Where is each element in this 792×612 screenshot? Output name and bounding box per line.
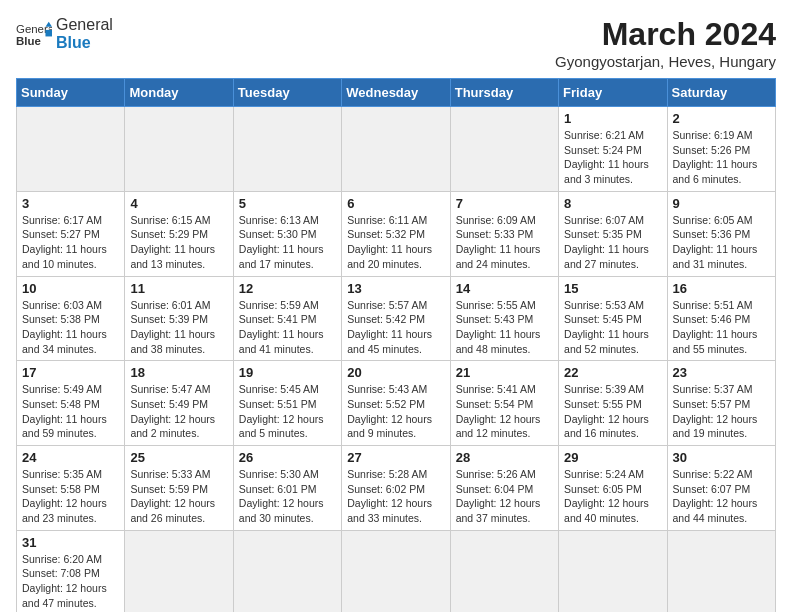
calendar-day-cell: 25Sunrise: 5:33 AM Sunset: 5:59 PM Dayli… — [125, 446, 233, 531]
calendar-day-cell: 11Sunrise: 6:01 AM Sunset: 5:39 PM Dayli… — [125, 276, 233, 361]
day-number: 27 — [347, 450, 444, 465]
calendar-day-cell: 8Sunrise: 6:07 AM Sunset: 5:35 PM Daylig… — [559, 191, 667, 276]
calendar-day-cell: 13Sunrise: 5:57 AM Sunset: 5:42 PM Dayli… — [342, 276, 450, 361]
day-info: Sunrise: 6:13 AM Sunset: 5:30 PM Dayligh… — [239, 213, 336, 272]
logo-blue: Blue — [56, 34, 113, 52]
day-info: Sunrise: 5:47 AM Sunset: 5:49 PM Dayligh… — [130, 382, 227, 441]
day-number: 21 — [456, 365, 553, 380]
day-info: Sunrise: 5:49 AM Sunset: 5:48 PM Dayligh… — [22, 382, 119, 441]
day-info: Sunrise: 5:26 AM Sunset: 6:04 PM Dayligh… — [456, 467, 553, 526]
day-number: 22 — [564, 365, 661, 380]
calendar-day-cell: 2Sunrise: 6:19 AM Sunset: 5:26 PM Daylig… — [667, 107, 775, 192]
day-info: Sunrise: 5:24 AM Sunset: 6:05 PM Dayligh… — [564, 467, 661, 526]
day-number: 10 — [22, 281, 119, 296]
day-info: Sunrise: 6:21 AM Sunset: 5:24 PM Dayligh… — [564, 128, 661, 187]
day-info: Sunrise: 5:59 AM Sunset: 5:41 PM Dayligh… — [239, 298, 336, 357]
day-info: Sunrise: 5:43 AM Sunset: 5:52 PM Dayligh… — [347, 382, 444, 441]
day-number: 1 — [564, 111, 661, 126]
weekday-header-saturday: Saturday — [667, 79, 775, 107]
day-info: Sunrise: 5:28 AM Sunset: 6:02 PM Dayligh… — [347, 467, 444, 526]
calendar-day-cell: 16Sunrise: 5:51 AM Sunset: 5:46 PM Dayli… — [667, 276, 775, 361]
day-number: 29 — [564, 450, 661, 465]
calendar-day-cell: 10Sunrise: 6:03 AM Sunset: 5:38 PM Dayli… — [17, 276, 125, 361]
calendar-day-cell: 18Sunrise: 5:47 AM Sunset: 5:49 PM Dayli… — [125, 361, 233, 446]
day-number: 15 — [564, 281, 661, 296]
day-info: Sunrise: 5:41 AM Sunset: 5:54 PM Dayligh… — [456, 382, 553, 441]
weekday-header-wednesday: Wednesday — [342, 79, 450, 107]
day-number: 2 — [673, 111, 770, 126]
location-subtitle: Gyongyostarjan, Heves, Hungary — [555, 53, 776, 70]
weekday-header-thursday: Thursday — [450, 79, 558, 107]
calendar-day-cell: 31Sunrise: 6:20 AM Sunset: 7:08 PM Dayli… — [17, 530, 125, 612]
day-info: Sunrise: 5:22 AM Sunset: 6:07 PM Dayligh… — [673, 467, 770, 526]
calendar-day-cell: 7Sunrise: 6:09 AM Sunset: 5:33 PM Daylig… — [450, 191, 558, 276]
day-number: 20 — [347, 365, 444, 380]
calendar-day-cell: 17Sunrise: 5:49 AM Sunset: 5:48 PM Dayli… — [17, 361, 125, 446]
calendar-week-row: 31Sunrise: 6:20 AM Sunset: 7:08 PM Dayli… — [17, 530, 776, 612]
svg-marker-3 — [45, 30, 52, 37]
day-number: 11 — [130, 281, 227, 296]
day-info: Sunrise: 5:51 AM Sunset: 5:46 PM Dayligh… — [673, 298, 770, 357]
calendar-week-row: 3Sunrise: 6:17 AM Sunset: 5:27 PM Daylig… — [17, 191, 776, 276]
day-number: 14 — [456, 281, 553, 296]
day-info: Sunrise: 6:01 AM Sunset: 5:39 PM Dayligh… — [130, 298, 227, 357]
calendar-day-cell — [233, 107, 341, 192]
day-info: Sunrise: 5:39 AM Sunset: 5:55 PM Dayligh… — [564, 382, 661, 441]
day-number: 7 — [456, 196, 553, 211]
calendar-table: SundayMondayTuesdayWednesdayThursdayFrid… — [16, 78, 776, 612]
weekday-header-row: SundayMondayTuesdayWednesdayThursdayFrid… — [17, 79, 776, 107]
day-info: Sunrise: 6:09 AM Sunset: 5:33 PM Dayligh… — [456, 213, 553, 272]
day-number: 30 — [673, 450, 770, 465]
day-info: Sunrise: 5:33 AM Sunset: 5:59 PM Dayligh… — [130, 467, 227, 526]
day-number: 25 — [130, 450, 227, 465]
calendar-day-cell — [559, 530, 667, 612]
calendar-day-cell: 6Sunrise: 6:11 AM Sunset: 5:32 PM Daylig… — [342, 191, 450, 276]
day-number: 23 — [673, 365, 770, 380]
day-number: 6 — [347, 196, 444, 211]
day-info: Sunrise: 5:45 AM Sunset: 5:51 PM Dayligh… — [239, 382, 336, 441]
calendar-day-cell: 24Sunrise: 5:35 AM Sunset: 5:58 PM Dayli… — [17, 446, 125, 531]
calendar-day-cell: 9Sunrise: 6:05 AM Sunset: 5:36 PM Daylig… — [667, 191, 775, 276]
page-container: General Blue General Blue March 2024 Gyo… — [16, 16, 776, 612]
calendar-day-cell — [450, 107, 558, 192]
title-area: March 2024 Gyongyostarjan, Heves, Hungar… — [555, 16, 776, 70]
day-number: 5 — [239, 196, 336, 211]
calendar-day-cell — [667, 530, 775, 612]
day-info: Sunrise: 5:53 AM Sunset: 5:45 PM Dayligh… — [564, 298, 661, 357]
calendar-day-cell — [125, 107, 233, 192]
calendar-day-cell — [125, 530, 233, 612]
day-info: Sunrise: 6:19 AM Sunset: 5:26 PM Dayligh… — [673, 128, 770, 187]
calendar-day-cell: 22Sunrise: 5:39 AM Sunset: 5:55 PM Dayli… — [559, 361, 667, 446]
calendar-day-cell: 23Sunrise: 5:37 AM Sunset: 5:57 PM Dayli… — [667, 361, 775, 446]
calendar-day-cell: 29Sunrise: 5:24 AM Sunset: 6:05 PM Dayli… — [559, 446, 667, 531]
calendar-day-cell: 1Sunrise: 6:21 AM Sunset: 5:24 PM Daylig… — [559, 107, 667, 192]
calendar-day-cell: 26Sunrise: 5:30 AM Sunset: 6:01 PM Dayli… — [233, 446, 341, 531]
day-number: 13 — [347, 281, 444, 296]
day-number: 3 — [22, 196, 119, 211]
day-info: Sunrise: 6:20 AM Sunset: 7:08 PM Dayligh… — [22, 552, 119, 611]
day-number: 4 — [130, 196, 227, 211]
logo-general: General — [56, 16, 113, 34]
calendar-day-cell: 28Sunrise: 5:26 AM Sunset: 6:04 PM Dayli… — [450, 446, 558, 531]
calendar-day-cell: 21Sunrise: 5:41 AM Sunset: 5:54 PM Dayli… — [450, 361, 558, 446]
calendar-week-row: 24Sunrise: 5:35 AM Sunset: 5:58 PM Dayli… — [17, 446, 776, 531]
day-number: 24 — [22, 450, 119, 465]
logo: General Blue General Blue — [16, 16, 113, 51]
calendar-day-cell: 5Sunrise: 6:13 AM Sunset: 5:30 PM Daylig… — [233, 191, 341, 276]
day-info: Sunrise: 5:35 AM Sunset: 5:58 PM Dayligh… — [22, 467, 119, 526]
day-info: Sunrise: 5:30 AM Sunset: 6:01 PM Dayligh… — [239, 467, 336, 526]
logo-icon: General Blue — [16, 20, 52, 48]
header: General Blue General Blue March 2024 Gyo… — [16, 16, 776, 70]
day-number: 26 — [239, 450, 336, 465]
day-info: Sunrise: 5:55 AM Sunset: 5:43 PM Dayligh… — [456, 298, 553, 357]
day-info: Sunrise: 5:37 AM Sunset: 5:57 PM Dayligh… — [673, 382, 770, 441]
weekday-header-monday: Monday — [125, 79, 233, 107]
day-info: Sunrise: 6:17 AM Sunset: 5:27 PM Dayligh… — [22, 213, 119, 272]
day-number: 31 — [22, 535, 119, 550]
svg-text:Blue: Blue — [16, 34, 41, 46]
calendar-week-row: 17Sunrise: 5:49 AM Sunset: 5:48 PM Dayli… — [17, 361, 776, 446]
day-info: Sunrise: 6:15 AM Sunset: 5:29 PM Dayligh… — [130, 213, 227, 272]
day-number: 16 — [673, 281, 770, 296]
calendar-day-cell: 14Sunrise: 5:55 AM Sunset: 5:43 PM Dayli… — [450, 276, 558, 361]
calendar-day-cell — [450, 530, 558, 612]
